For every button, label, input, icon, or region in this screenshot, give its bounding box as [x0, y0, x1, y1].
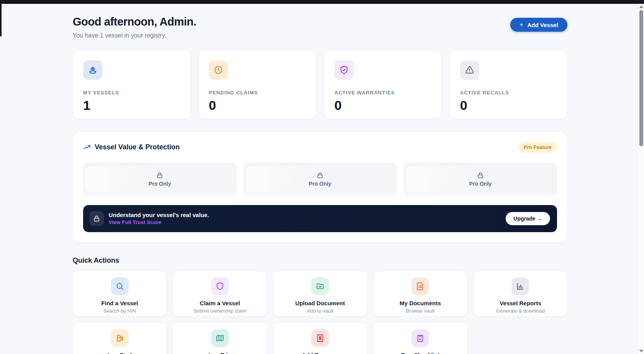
clipboard-check-icon [411, 329, 429, 347]
stat-value: 1 [83, 98, 180, 113]
alert-triangle-icon [460, 60, 479, 80]
search-icon [111, 277, 129, 295]
stats-row: MY VESSELS 1 PENDING CLAIMS 0 ACTIVE WAR… [73, 50, 567, 119]
folder-plus-icon [311, 277, 329, 295]
ship-icon [83, 60, 102, 80]
action-subtitle: Generate & download [496, 308, 545, 314]
lock-icon [316, 171, 324, 179]
action-title: Claim a Vessel [200, 300, 240, 306]
locked-metric-card: Pro Only [83, 162, 237, 196]
shield-check-icon [334, 60, 354, 80]
add-vessel-label: Add Vessel [527, 22, 558, 28]
quick-action-log-trip[interactable]: Log Trip [173, 323, 267, 354]
action-subtitle: Add to vault [307, 308, 334, 314]
page-title: Good afternoon, Admin. [73, 15, 196, 28]
quick-action-log-fuel[interactable]: Log Fuel [73, 323, 167, 354]
map-icon [211, 329, 229, 347]
shield-icon [211, 277, 229, 295]
quick-action-add-expense[interactable]: Add Expense [273, 323, 367, 354]
page-subtitle: You have 1 vessel in your registry. [73, 32, 196, 39]
stat-card-my-vessels: MY VESSELS 1 [73, 50, 191, 119]
locked-metrics-row: Pro Only Pro Only Pro Only [83, 162, 557, 196]
lock-icon [89, 211, 104, 226]
vessel-value-section: Vessel Value & Protection Pro Feature Pr… [73, 132, 567, 243]
fuel-pump-icon [111, 329, 129, 347]
action-title: Upload Document [295, 300, 345, 306]
scroll-up-arrow-icon[interactable] [639, 5, 643, 8]
stat-value: 0 [209, 98, 306, 113]
action-title: Vessel Reports [500, 300, 542, 306]
add-vessel-button[interactable]: + Add Vessel [510, 18, 567, 32]
quick-action-upload-document[interactable]: Upload Document Add to vault [273, 271, 367, 316]
stat-label: ACTIVE WARRANTIES [334, 90, 431, 96]
plus-icon: + [520, 21, 523, 29]
dashboard-content: Good afternoon, Admin. You have 1 vessel… [73, 4, 567, 354]
upgrade-button[interactable]: Upgrade → [506, 212, 550, 225]
action-title: Add Expense [302, 352, 338, 354]
bar-chart-icon [511, 277, 529, 295]
pro-feature-badge: Pro Feature [518, 142, 557, 152]
stat-value: 0 [334, 98, 431, 113]
action-title: My Documents [400, 300, 441, 306]
quick-actions-grid: Find a Vessel Search by HIN Claim a Vess… [73, 271, 567, 354]
window-top-bar [0, 0, 644, 4]
stat-value: 0 [460, 98, 557, 113]
clock-icon [209, 60, 228, 80]
quick-action-vessel-reports[interactable]: Vessel Reports Generate & download [474, 271, 567, 316]
banner-title: Understand your vessel's real value. [109, 212, 506, 218]
action-subtitle: Submit ownership claim [193, 308, 246, 314]
action-subtitle: Browse vault [406, 308, 434, 314]
locked-metric-card: Pro Only [244, 162, 397, 196]
page-header: Good afternoon, Admin. You have 1 vessel… [73, 15, 567, 39]
action-title: Find a Vessel [101, 300, 138, 306]
quick-action-find-vessel[interactable]: Find a Vessel Search by HIN [73, 271, 167, 316]
action-title: Run Checklist [401, 352, 440, 354]
scrollbar-thumb[interactable] [639, 10, 643, 146]
quick-action-my-documents[interactable]: My Documents Browse vault [373, 271, 467, 316]
view-trust-score-link[interactable]: View Full Trust Score [109, 219, 161, 225]
stat-card-active-recalls: ACTIVE RECALLS 0 [450, 50, 567, 119]
quick-action-claim-vessel[interactable]: Claim a Vessel Submit ownership claim [173, 271, 267, 316]
locked-label: Pro Only [469, 181, 491, 187]
quick-actions-title: Quick Actions [73, 257, 567, 265]
action-title: Log Fuel [107, 352, 132, 354]
locked-label: Pro Only [148, 181, 171, 187]
section-title: Vessel Value & Protection [95, 143, 180, 151]
lock-icon [156, 171, 164, 179]
vertical-scrollbar[interactable] [638, 4, 644, 354]
upgrade-banner: Understand your vessel's real value. Vie… [83, 205, 557, 232]
trending-up-icon [83, 144, 91, 151]
action-title: Log Trip [208, 352, 231, 354]
locked-label: Pro Only [309, 181, 331, 187]
receipt-icon [311, 329, 329, 347]
file-text-icon [411, 277, 429, 295]
scroll-down-arrow-icon[interactable] [639, 350, 643, 352]
stat-label: ACTIVE RECALLS [460, 90, 557, 96]
locked-metric-card: Pro Only [404, 162, 557, 196]
stat-card-active-warranties: ACTIVE WARRANTIES 0 [324, 50, 442, 119]
stat-label: MY VESSELS [83, 90, 180, 96]
lock-icon [477, 171, 484, 179]
action-subtitle: Search by HIN [103, 308, 136, 314]
stat-card-pending-claims: PENDING CLAIMS 0 [198, 50, 316, 119]
quick-action-run-checklist[interactable]: Run Checklist [373, 323, 467, 354]
stat-label: PENDING CLAIMS [209, 90, 306, 96]
collapsed-sidebar-edge [0, 4, 2, 36]
